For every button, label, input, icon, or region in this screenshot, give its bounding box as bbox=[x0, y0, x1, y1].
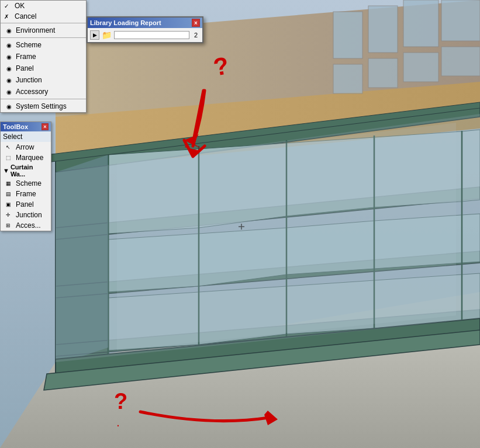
svg-rect-5 bbox=[368, 6, 398, 53]
toolbox-scheme-label: Scheme bbox=[16, 179, 42, 187]
menu-item-junction[interactable]: ◉ Junction bbox=[1, 74, 86, 86]
toolbox-arrow-label: Arrow bbox=[16, 143, 34, 151]
toolbox-junction-label: Junction bbox=[16, 211, 42, 219]
lib-dialog-titlebar: Library Loading Report × bbox=[88, 18, 202, 28]
toolbox-curtain-wall-section[interactable]: ▼ Curtain Wa... bbox=[1, 163, 51, 178]
menu-item-junction-label: Junction bbox=[16, 76, 42, 84]
cancel-x-icon: ✗ bbox=[4, 13, 12, 20]
menu-item-panel-label: Panel bbox=[16, 64, 34, 72]
context-menu: ✓ OK ✗ Cancel ◉ Environment ◉ Scheme ◉ F… bbox=[0, 0, 87, 113]
menu-item-cancel-label: Cancel bbox=[15, 12, 36, 20]
junction-icon: ◉ bbox=[4, 75, 13, 85]
ok-check-icon: ✓ bbox=[4, 3, 12, 9]
menu-item-scheme-label: Scheme bbox=[16, 41, 42, 49]
menu-item-ok-label: OK bbox=[15, 2, 25, 10]
menu-separator-3 bbox=[1, 99, 86, 99]
svg-rect-4 bbox=[333, 12, 362, 58]
menu-item-panel[interactable]: ◉ Panel bbox=[1, 62, 86, 74]
toolbox-item-marquee[interactable]: ⬚ Marquee bbox=[1, 152, 51, 163]
menu-item-environment-label: Environment bbox=[16, 26, 55, 34]
scheme-icon: ◉ bbox=[4, 40, 13, 50]
toolbox-marquee-label: Marquee bbox=[16, 154, 43, 162]
toolbox-select-label: Select bbox=[3, 133, 22, 141]
toolbox-select-header[interactable]: Select bbox=[1, 131, 51, 142]
scheme-tool-icon: ▦ bbox=[3, 179, 13, 187]
menu-item-scheme[interactable]: ◉ Scheme bbox=[1, 39, 86, 51]
toolbox-titlebar: ToolBox × bbox=[1, 122, 51, 131]
menu-item-frame[interactable]: ◉ Frame bbox=[1, 51, 86, 62]
lib-dialog-title: Library Loading Report bbox=[90, 19, 161, 26]
lib-folder-icon: 📁 bbox=[102, 30, 112, 40]
toolbox-frame-label: Frame bbox=[16, 190, 36, 198]
frame-tool-icon: ▤ bbox=[3, 190, 13, 198]
svg-rect-9 bbox=[368, 58, 398, 88]
menu-item-ok[interactable]: ✓ OK bbox=[1, 1, 86, 11]
lib-dialog-close-button[interactable]: × bbox=[192, 19, 200, 27]
menu-separator-2 bbox=[1, 37, 86, 38]
lib-loading-dialog: Library Loading Report × ▶ 📁 2 bbox=[87, 16, 203, 43]
menu-item-frame-label: Frame bbox=[16, 53, 36, 61]
curtain-wall-collapse-icon: ▼ bbox=[3, 167, 9, 174]
lib-dialog-body: ▶ 📁 2 bbox=[88, 28, 202, 42]
environment-icon: ◉ bbox=[4, 26, 13, 35]
toolbox-acces-label: Acces... bbox=[16, 221, 41, 230]
toolbox-close-button[interactable]: × bbox=[42, 123, 49, 130]
menu-item-environment[interactable]: ◉ Environment bbox=[1, 25, 86, 36]
panel-icon: ◉ bbox=[4, 64, 13, 73]
acces-tool-icon: ⊞ bbox=[3, 221, 13, 230]
toolbox-item-arrow[interactable]: ↖ Arrow bbox=[1, 142, 51, 152]
toolbox-item-junction[interactable]: ✛ Junction bbox=[1, 210, 51, 220]
menu-item-system-settings-label: System Settings bbox=[16, 102, 67, 110]
toolbox-item-scheme[interactable]: ▦ Scheme bbox=[1, 178, 51, 189]
svg-rect-8 bbox=[333, 64, 362, 93]
svg-rect-7 bbox=[441, 0, 480, 41]
menu-item-accessory[interactable]: ◉ Accessory bbox=[1, 86, 86, 98]
toolbox-item-panel[interactable]: ▣ Panel bbox=[1, 199, 51, 210]
system-settings-icon: ◉ bbox=[4, 102, 13, 111]
menu-item-system-settings[interactable]: ◉ System Settings bbox=[1, 100, 86, 112]
menu-item-cancel[interactable]: ✗ Cancel bbox=[1, 11, 86, 22]
toolbox-item-acces[interactable]: ⊞ Acces... bbox=[1, 220, 51, 231]
svg-rect-6 bbox=[403, 0, 438, 47]
junction-tool-icon: ✛ bbox=[3, 211, 13, 219]
frame-icon: ◉ bbox=[4, 52, 13, 61]
panel-tool-icon: ▣ bbox=[3, 200, 13, 209]
toolbox-panel: ToolBox × Select ↖ Arrow ⬚ Marquee ▼ Cur… bbox=[0, 121, 51, 231]
lib-progress-bar bbox=[114, 31, 189, 39]
marquee-tool-icon: ⬚ bbox=[3, 154, 13, 162]
toolbox-item-frame[interactable]: ▤ Frame bbox=[1, 189, 51, 199]
toolbox-title: ToolBox bbox=[3, 123, 28, 130]
menu-separator-1 bbox=[1, 23, 86, 23]
toolbox-panel-label: Panel bbox=[16, 200, 34, 209]
svg-rect-10 bbox=[403, 53, 438, 82]
lib-count: 2 bbox=[192, 32, 200, 39]
accessory-icon: ◉ bbox=[4, 87, 13, 96]
toolbox-curtain-wall-label: Curtain Wa... bbox=[11, 164, 49, 178]
svg-rect-11 bbox=[441, 47, 480, 76]
arrow-tool-icon: ↖ bbox=[3, 143, 13, 151]
lib-progress-play-button[interactable]: ▶ bbox=[90, 30, 99, 40]
menu-item-accessory-label: Accessory bbox=[16, 88, 48, 96]
